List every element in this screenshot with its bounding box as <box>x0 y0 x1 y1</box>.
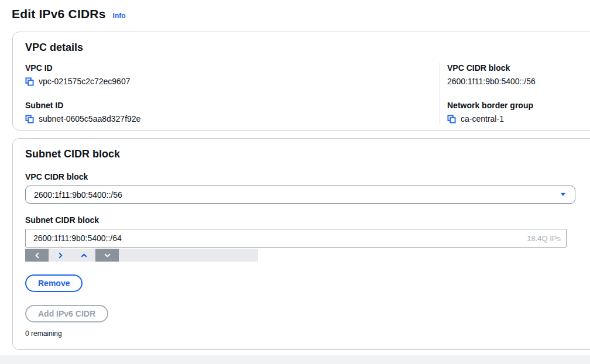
copy-icon <box>447 115 456 123</box>
vpc-details-heading: VPC details <box>25 42 589 54</box>
subnet-cidr-input-label: Subnet CIDR block <box>25 215 589 225</box>
vpc-id-label: VPC ID <box>25 63 440 73</box>
vpc-details-card: VPC details VPC ID vpc-021575c2c72ec9607 <box>12 32 590 131</box>
copy-subnet-id-button[interactable] <box>25 115 34 123</box>
network-border-group-value: ca-central-1 <box>461 114 504 123</box>
vpc-id-value: vpc-021575c2c72ec9607 <box>39 77 130 86</box>
network-border-group-label: Network border group <box>447 101 589 110</box>
vpc-cidr-field: VPC CIDR block 2600:1f11:9b0:5400::/56 <box>447 63 589 86</box>
vpc-details-left-column: VPC ID vpc-021575c2c72ec9607 Subnet ID <box>25 63 440 123</box>
subnet-cidr-heading: Subnet CIDR block <box>25 148 589 160</box>
chevron-right-icon <box>57 252 64 259</box>
vpc-details-columns: VPC ID vpc-021575c2c72ec9607 Subnet ID <box>25 63 589 123</box>
page-bottom-band <box>0 355 590 364</box>
vpc-cidr-select-value: 2600:1f11:9b0:5400::/56 <box>34 190 122 200</box>
vpc-cidr-label: VPC CIDR block <box>447 63 589 73</box>
caret-down-icon <box>560 190 567 200</box>
cidr-step-up-button[interactable] <box>72 249 95 262</box>
chevron-up-icon <box>81 252 87 259</box>
vpc-id-field: VPC ID vpc-021575c2c72ec9607 <box>25 63 440 86</box>
remaining-count: 0 remaining <box>25 329 589 338</box>
subnet-id-label: Subnet ID <box>25 101 440 110</box>
subnet-id-field: Subnet ID subnet-0605c5aa8d327f92e <box>25 101 440 123</box>
subnet-cidr-input[interactable] <box>25 229 567 248</box>
vpc-cidr-value: 2600:1f11:9b0:5400::/56 <box>447 77 536 86</box>
add-ipv6-cidr-button[interactable]: Add IPv6 CIDR <box>25 305 108 322</box>
page-header: Edit IPv6 CIDRs Info <box>12 7 126 21</box>
cidr-stepper-bar <box>25 249 258 262</box>
vpc-cidr-select-label: VPC CIDR block <box>25 172 589 181</box>
remove-button[interactable]: Remove <box>25 274 83 292</box>
page-title: Edit IPv6 CIDRs <box>12 7 106 21</box>
cidr-step-right-button[interactable] <box>49 249 72 262</box>
copy-vpc-id-button[interactable] <box>25 77 34 86</box>
vpc-details-right-column: VPC CIDR block 2600:1f11:9b0:5400::/56 N… <box>440 63 589 123</box>
info-link[interactable]: Info <box>113 12 126 20</box>
subnet-id-value: subnet-0605c5aa8d327f92e <box>39 114 140 123</box>
chevron-down-icon <box>104 252 111 259</box>
vpc-cidr-select[interactable]: 2600:1f11:9b0:5400::/56 <box>25 186 575 204</box>
cidr-step-left-button[interactable] <box>25 249 49 262</box>
subnet-cidr-input-wrap: 18.4Q IPs <box>25 229 567 248</box>
copy-network-border-group-button[interactable] <box>447 115 456 123</box>
copy-icon <box>25 115 34 123</box>
network-border-group-field: Network border group ca-central-1 <box>447 101 589 123</box>
copy-icon <box>25 77 34 86</box>
chevron-left-icon <box>34 252 40 259</box>
subnet-cidr-card: Subnet CIDR block VPC CIDR block 2600:1f… <box>12 138 590 350</box>
cidr-step-down-button[interactable] <box>95 249 119 262</box>
